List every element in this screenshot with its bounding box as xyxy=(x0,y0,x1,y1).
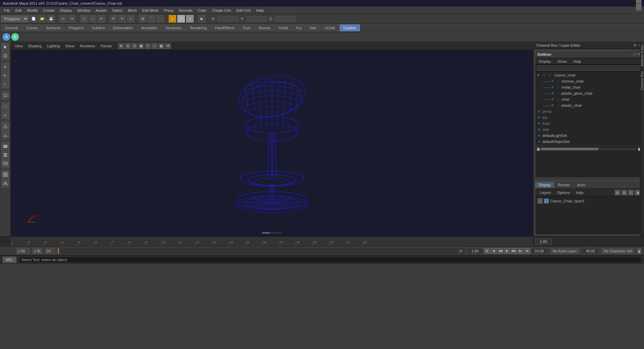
tb-snap-curve[interactable]: ⌒ xyxy=(148,15,155,22)
current-frame-field[interactable] xyxy=(535,239,552,245)
tab-dynamics[interactable]: Dynamics xyxy=(162,24,185,31)
menu-create[interactable]: Create xyxy=(41,8,57,13)
menu-select[interactable]: Select xyxy=(109,8,125,13)
timeline-ruler[interactable]: 1 2 3 4 5 6 7 8 9 10 11 12 13 1 xyxy=(11,237,533,246)
tb-new[interactable]: 📄 xyxy=(30,15,37,22)
tree-item-side[interactable]: ⚙ side xyxy=(535,127,642,133)
layer-subtab-options[interactable]: Options xyxy=(554,190,573,195)
next-frame-button[interactable]: ▶| xyxy=(518,248,524,254)
anim-layer-selector[interactable]: No Anim Layer xyxy=(550,248,579,254)
go-to-start-button[interactable]: ⏮ xyxy=(484,248,490,254)
lt-sculpt[interactable] xyxy=(1,52,9,60)
close-button[interactable]: ✕ xyxy=(636,6,641,10)
tab-painteffects[interactable]: PaintEffects xyxy=(211,24,238,31)
play-back-button[interactable]: ◀◀ xyxy=(497,248,503,254)
tab-animation[interactable]: Animation xyxy=(138,24,161,31)
tree-item-persp[interactable]: ⚙ persp xyxy=(535,108,642,114)
menu-window[interactable]: Window xyxy=(74,8,93,13)
play-button[interactable]: ▶ xyxy=(504,248,510,254)
mode-selector[interactable]: Polygons Animation Rendering Dynamics xyxy=(1,15,29,22)
tb-select[interactable]: ⬡ xyxy=(80,15,88,22)
vp-tb-8[interactable]: ⟰ xyxy=(165,43,171,49)
tree-item-chrome-chair[interactable]: —— ⚙ ○ chrome_chair xyxy=(535,78,642,84)
quick-btn-2[interactable] xyxy=(11,33,19,41)
tree-item-default-light-set[interactable]: ⚙ defaultLightSet xyxy=(535,133,642,139)
character-set-selector[interactable]: No Character Set xyxy=(601,248,635,254)
tree-item-front[interactable]: ⚙ front xyxy=(535,120,642,127)
viewport-menu-view[interactable]: View xyxy=(13,43,25,49)
outliner-menu-show[interactable]: Show xyxy=(555,59,569,64)
tree-item-chair[interactable]: —— ⚙ ○ chair xyxy=(535,96,642,102)
menu-display[interactable]: Display xyxy=(57,8,74,13)
vp-tb-2[interactable]: ⊟ xyxy=(125,43,131,49)
vp-tb-5[interactable]: ⬡ xyxy=(145,43,151,49)
lt-rotate[interactable]: ↻ xyxy=(1,71,9,80)
axis-x-field[interactable] xyxy=(218,16,238,21)
tab-custom[interactable]: Custom xyxy=(340,24,360,31)
lt-create-poly[interactable] xyxy=(1,122,9,130)
layer-visibility[interactable]: V xyxy=(537,198,543,204)
tb-open[interactable]: 📂 xyxy=(39,15,46,22)
layer-btn-3[interactable]: ⬡ xyxy=(628,190,634,195)
tab-deformation[interactable]: Deformation xyxy=(109,24,137,31)
tb-light3[interactable]: ● xyxy=(186,15,194,22)
tab-ncloth[interactable]: nCloth xyxy=(321,24,339,31)
timeline-end-button[interactable]: ▲ xyxy=(637,248,641,254)
tab-curves[interactable]: Curves xyxy=(22,24,42,31)
tree-item-metal-chair[interactable]: —— ⚙ ○ metal_chair xyxy=(535,84,642,90)
lt-frame-all[interactable] xyxy=(1,170,9,179)
lt-move[interactable]: ✛ xyxy=(1,63,9,71)
tb-save[interactable]: 💾 xyxy=(47,15,55,22)
axis-y-field[interactable] xyxy=(247,16,267,21)
tb-scale[interactable]: ⤡ xyxy=(127,15,135,22)
tb-lasso[interactable]: ○ xyxy=(89,15,96,22)
tb-snap-grid[interactable]: ⊞ xyxy=(139,15,147,22)
playback-range-bar[interactable]: 24 xyxy=(58,248,464,254)
vp-tb-3[interactable]: ⊡ xyxy=(131,43,138,49)
lt-hypergraph[interactable] xyxy=(1,179,9,187)
menu-edit-uvs[interactable]: Edit UVs xyxy=(234,8,254,13)
outliner-minimize[interactable]: – xyxy=(631,52,633,56)
tb-light1[interactable]: ● xyxy=(169,15,176,22)
menu-normals[interactable]: Normals xyxy=(176,8,195,13)
outliner-scroll-left[interactable]: ◀ xyxy=(537,147,539,151)
tree-item-top[interactable]: ⚙ top xyxy=(535,114,642,120)
vp-tb-1[interactable]: ⊞ xyxy=(118,43,124,49)
outliner-scrollbar[interactable] xyxy=(541,148,637,150)
play-forward-button[interactable]: ▶▶ xyxy=(511,248,517,254)
layer-tab-render[interactable]: Render xyxy=(554,182,574,188)
channel-box-side-tab[interactable]: Channel Box xyxy=(639,70,644,92)
menu-edit[interactable]: Edit xyxy=(13,8,24,13)
layer-tab-anim[interactable]: Anim xyxy=(574,182,589,188)
layer-subtab-help[interactable]: Help xyxy=(573,190,586,195)
viewport-menu-renderer[interactable]: Renderer xyxy=(78,43,97,49)
vp-tb-7[interactable]: ▦ xyxy=(158,43,164,49)
mode-indicator[interactable]: MEL xyxy=(3,257,16,263)
viewport-menu-lighting[interactable]: Lighting xyxy=(45,43,62,49)
menu-proxy[interactable]: Proxy xyxy=(161,8,176,13)
layer-btn-1[interactable]: ⊞ xyxy=(615,190,620,195)
lt-select[interactable] xyxy=(1,43,9,51)
menu-color[interactable]: Color xyxy=(195,8,209,13)
layer-tab-display[interactable]: Display xyxy=(535,182,554,188)
lt-scale[interactable]: ⤡ xyxy=(1,80,9,88)
attr-editor-side-tab[interactable]: Attribute Editor xyxy=(639,43,644,68)
menu-modify[interactable]: Modify xyxy=(24,8,41,13)
viewport-canvas[interactable]: y x xyxy=(11,50,533,236)
tab-general[interactable]: General xyxy=(1,24,22,31)
tab-hair[interactable]: Hair xyxy=(306,24,320,31)
tab-polygons[interactable]: Polygons xyxy=(65,24,87,31)
tb-rotate[interactable]: ↻ xyxy=(118,15,126,22)
tree-item-plastic-gloss[interactable]: —— ⚙ ○ plastic_gloss_chair xyxy=(535,90,642,96)
range-end-field[interactable] xyxy=(45,248,55,254)
tb-paint[interactable]: ✏ xyxy=(98,15,105,22)
viewport-menu-show[interactable]: Show xyxy=(63,43,77,49)
tab-fur[interactable]: Fur xyxy=(292,24,306,31)
outliner-menu-display[interactable]: Display xyxy=(537,59,553,64)
layer-btn-2[interactable]: ⊟ xyxy=(622,190,627,195)
tab-subdivs[interactable]: Subdivs xyxy=(88,24,109,31)
tb-redo[interactable]: ↪ xyxy=(68,15,75,22)
range-start2-field[interactable] xyxy=(32,248,42,254)
tb-move[interactable]: ✛ xyxy=(110,15,117,22)
vp-tb-4[interactable]: ▣ xyxy=(138,43,144,49)
